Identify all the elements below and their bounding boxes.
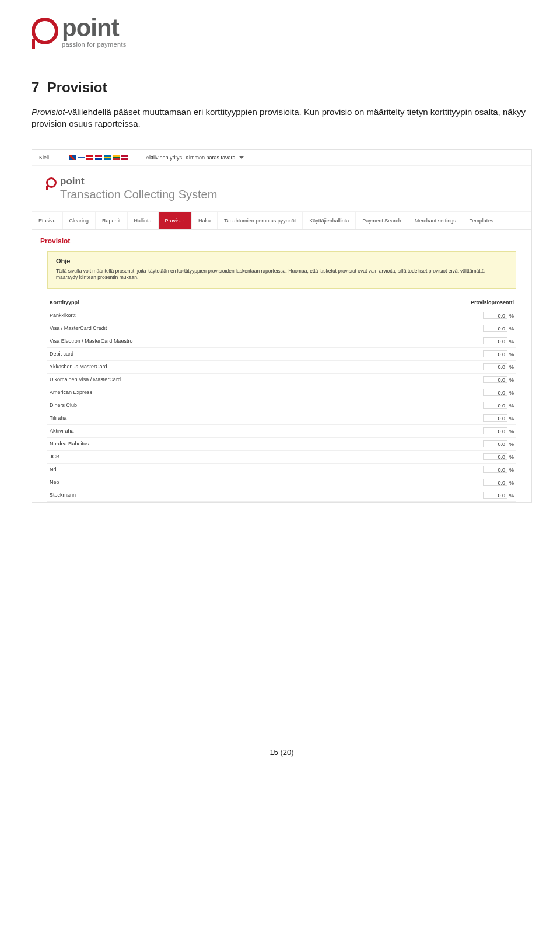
row-label: Ykkösbonus MasterCard xyxy=(47,360,453,373)
commission-input[interactable]: 0.0 xyxy=(483,479,508,486)
commission-input[interactable]: 0.0 xyxy=(483,312,508,319)
row-label: Stockmann xyxy=(47,489,453,501)
percent-symbol: % xyxy=(509,313,514,319)
row-label: JCB xyxy=(47,450,453,463)
tab-provisiot[interactable]: Provisiot xyxy=(159,212,192,229)
header-point: point xyxy=(60,177,217,186)
flag-no-icon[interactable] xyxy=(121,155,128,160)
tab-tapahtumien-peruutus-pyynn-t[interactable]: Tapahtumien peruutus pyynnöt xyxy=(218,212,303,229)
table-row: Neo0.0% xyxy=(47,476,516,489)
commission-input[interactable]: 0.0 xyxy=(483,363,508,370)
section-heading: 7 Provisiot xyxy=(32,79,532,96)
percent-symbol: % xyxy=(509,416,514,422)
active-company-dropdown[interactable]: Aktiivinen yritys Kimmon paras tavara xyxy=(146,155,244,161)
tab-k-ytt-jienhallinta[interactable]: Käyttäjienhallinta xyxy=(303,212,356,229)
commission-input[interactable]: 0.0 xyxy=(483,466,508,473)
row-label: Diners Club xyxy=(47,399,453,412)
row-label: Visa Electron / MasterCard Maestro xyxy=(47,335,453,347)
flag-se-icon[interactable] xyxy=(104,155,111,160)
tab-clearing[interactable]: Clearing xyxy=(63,212,96,229)
row-label: Neo xyxy=(47,476,453,489)
table-row: Stockmann0.0% xyxy=(47,489,516,501)
logo-word: point xyxy=(62,16,127,40)
flag-uk-icon[interactable] xyxy=(69,155,76,160)
commission-table: Korttityyppi Provisioprosentti Pankkikor… xyxy=(32,296,531,502)
logo-mark xyxy=(32,18,58,44)
tab-haku[interactable]: Haku xyxy=(192,212,218,229)
row-value-cell: 0.0% xyxy=(453,437,516,450)
percent-symbol: % xyxy=(509,441,514,447)
row-value-cell: 0.0% xyxy=(453,489,516,501)
table-row: Pankkikortti0.0% xyxy=(47,309,516,322)
row-value-cell: 0.0% xyxy=(453,412,516,424)
topbar: Kieli Aktiivinen yritys Kimmon paras tav… xyxy=(32,150,531,166)
flag-nl-icon[interactable] xyxy=(95,155,102,160)
commission-input[interactable]: 0.0 xyxy=(483,427,508,434)
commission-input[interactable]: 0.0 xyxy=(483,492,508,499)
table-row: Visa / MasterCard Credit0.0% xyxy=(47,322,516,335)
row-label: Ulkomainen Visa / MasterCard xyxy=(47,373,453,386)
row-value-cell: 0.0% xyxy=(453,424,516,437)
commission-input[interactable]: 0.0 xyxy=(483,350,508,357)
commission-input[interactable]: 0.0 xyxy=(483,376,508,383)
page-title: Provisiot xyxy=(32,230,531,251)
table-row: American Express0.0% xyxy=(47,386,516,399)
table-row: Diners Club0.0% xyxy=(47,399,516,412)
row-value-cell: 0.0% xyxy=(453,463,516,476)
flag-dk-icon[interactable] xyxy=(86,155,93,160)
row-value-cell: 0.0% xyxy=(453,450,516,463)
row-value-cell: 0.0% xyxy=(453,322,516,335)
header-subtitle: Transaction Collecting System xyxy=(60,188,217,201)
percent-symbol: % xyxy=(509,467,514,473)
commission-input[interactable]: 0.0 xyxy=(483,389,508,396)
kieli-label: Kieli xyxy=(39,155,49,161)
tab-payment-search[interactable]: Payment Search xyxy=(356,212,408,229)
percent-symbol: % xyxy=(509,351,514,357)
percent-symbol: % xyxy=(509,326,514,332)
row-label: Visa / MasterCard Credit xyxy=(47,322,453,335)
active-company-value: Kimmon paras tavara xyxy=(186,155,236,161)
table-row: Ulkomainen Visa / MasterCard0.0% xyxy=(47,373,516,386)
tab-merchant-settings[interactable]: Merchant settings xyxy=(408,212,463,229)
row-value-cell: 0.0% xyxy=(453,360,516,373)
table-row: Debit card0.0% xyxy=(47,347,516,360)
tab-templates[interactable]: Templates xyxy=(463,212,501,229)
flag-fi-icon[interactable] xyxy=(78,155,85,160)
tab-etusivu[interactable]: Etusivu xyxy=(32,212,63,229)
flag-lt-icon[interactable] xyxy=(113,155,120,160)
tab-hallinta[interactable]: Hallinta xyxy=(128,212,159,229)
language-flags[interactable] xyxy=(69,155,128,160)
page-number: 15 (20) xyxy=(32,748,532,757)
percent-symbol: % xyxy=(509,480,514,486)
screenshot-header: point Transaction Collecting System xyxy=(32,166,531,211)
help-box: Ohje Tällä sivulla voit määritellä prose… xyxy=(47,251,516,289)
percent-symbol: % xyxy=(509,377,514,383)
percent-symbol: % xyxy=(509,493,514,499)
section-number: 7 xyxy=(32,79,39,95)
percent-symbol: % xyxy=(509,339,514,344)
tab-raportit[interactable]: Raportit xyxy=(96,212,128,229)
row-value-cell: 0.0% xyxy=(453,335,516,347)
commission-input[interactable]: 0.0 xyxy=(483,414,508,422)
commission-input[interactable]: 0.0 xyxy=(483,453,508,460)
screenshot: Kieli Aktiivinen yritys Kimmon paras tav… xyxy=(32,149,532,502)
percent-symbol: % xyxy=(509,454,514,460)
row-label: Tiliraha xyxy=(47,412,453,424)
commission-input[interactable]: 0.0 xyxy=(483,402,508,409)
table-row: Nordea Rahoitus0.0% xyxy=(47,437,516,450)
commission-input[interactable]: 0.0 xyxy=(483,337,508,344)
table-row: Visa Electron / MasterCard Maestro0.0% xyxy=(47,335,516,347)
table-row: Ykkösbonus MasterCard0.0% xyxy=(47,360,516,373)
logo: point passion for payments xyxy=(32,16,532,48)
help-text: Tällä sivulla voit määritellä prosentit,… xyxy=(56,268,508,281)
table-row: JCB0.0% xyxy=(47,450,516,463)
percent-symbol: % xyxy=(509,429,514,434)
row-label: American Express xyxy=(47,386,453,399)
row-value-cell: 0.0% xyxy=(453,386,516,399)
percent-symbol: % xyxy=(509,390,514,396)
row-label: Nordea Rahoitus xyxy=(47,437,453,450)
table-row: Tiliraha0.0% xyxy=(47,412,516,424)
commission-input[interactable]: 0.0 xyxy=(483,325,508,332)
commission-input[interactable]: 0.0 xyxy=(483,440,508,447)
table-header-pct: Provisioprosentti xyxy=(453,296,516,309)
